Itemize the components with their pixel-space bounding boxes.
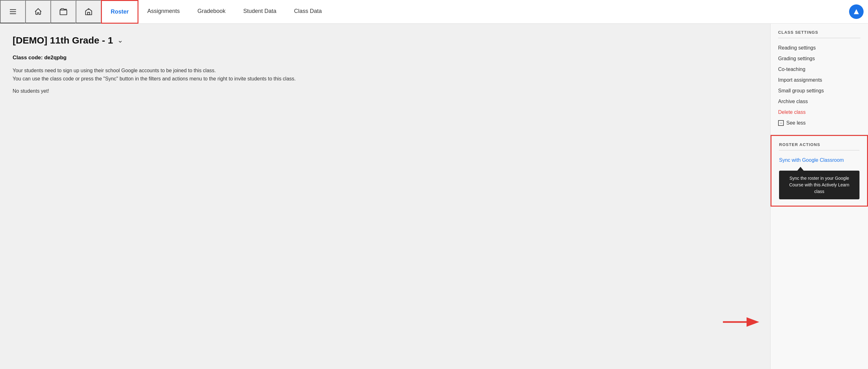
no-students-text: No students yet! (12, 88, 757, 94)
see-less-label: See less (786, 120, 806, 126)
grading-settings-link[interactable]: Grading settings (778, 53, 861, 64)
class-code: Class code: de2qpbg (12, 55, 757, 61)
tooltip-arrow (797, 167, 804, 171)
user-avatar[interactable] (844, 0, 868, 23)
class-description: Your students need to sign up using thei… (12, 66, 757, 83)
main-layout: [DEMO] 11th Grade - 1 ⌄ Class code: de2q… (0, 24, 868, 369)
import-assignments-link[interactable]: Import assignments (778, 75, 861, 86)
tab-assignments[interactable]: Assignments (138, 0, 189, 23)
svg-marker-5 (854, 9, 859, 14)
sidebar: CLASS SETTINGS Reading settings Grading … (770, 24, 868, 369)
hamburger-menu-button[interactable] (0, 0, 25, 23)
tooltip-text: Sync the roster in your Google Course wi… (789, 176, 849, 194)
sync-google-classroom-link[interactable]: Sync with Google Classroom (779, 155, 860, 165)
school-button[interactable] (76, 0, 101, 23)
tooltip-box: Sync the roster in your Google Course wi… (779, 171, 860, 199)
small-group-settings-link[interactable]: Small group settings (778, 86, 861, 96)
svg-rect-3 (60, 10, 67, 15)
page-title-row: [DEMO] 11th Grade - 1 ⌄ (12, 35, 757, 46)
sync-tooltip: Sync the roster in your Google Course wi… (779, 167, 860, 199)
class-settings-section: CLASS SETTINGS Reading settings Grading … (771, 24, 868, 135)
home-button[interactable] (25, 0, 51, 23)
roster-actions-title: ROSTER ACTIONS (779, 142, 860, 150)
page-title: [DEMO] 11th Grade - 1 (12, 35, 113, 46)
top-navigation: Roster Assignments Gradebook Student Dat… (0, 0, 868, 24)
folder-button[interactable] (51, 0, 76, 23)
tab-student-data[interactable]: Student Data (234, 0, 285, 23)
class-settings-title: CLASS SETTINGS (778, 30, 861, 38)
co-teaching-link[interactable]: Co-teaching (778, 64, 861, 75)
see-less-icon (778, 120, 784, 126)
svg-rect-4 (87, 12, 90, 15)
see-less-button[interactable]: See less (778, 118, 861, 128)
tab-gradebook[interactable]: Gradebook (189, 0, 234, 23)
tab-class-data[interactable]: Class Data (285, 0, 331, 23)
description-line2: You can use the class code or press the … (12, 75, 757, 83)
tab-roster[interactable]: Roster (101, 0, 138, 24)
description-line1: Your students need to sign up using thei… (12, 66, 757, 75)
avatar-circle (849, 4, 864, 19)
reading-settings-link[interactable]: Reading settings (778, 42, 861, 53)
content-area: [DEMO] 11th Grade - 1 ⌄ Class code: de2q… (0, 24, 770, 369)
archive-class-link[interactable]: Archive class (778, 96, 861, 107)
roster-actions-section: ROSTER ACTIONS Sync with Google Classroo… (771, 135, 868, 207)
title-chevron-icon[interactable]: ⌄ (117, 36, 123, 44)
delete-class-link[interactable]: Delete class (778, 107, 861, 118)
